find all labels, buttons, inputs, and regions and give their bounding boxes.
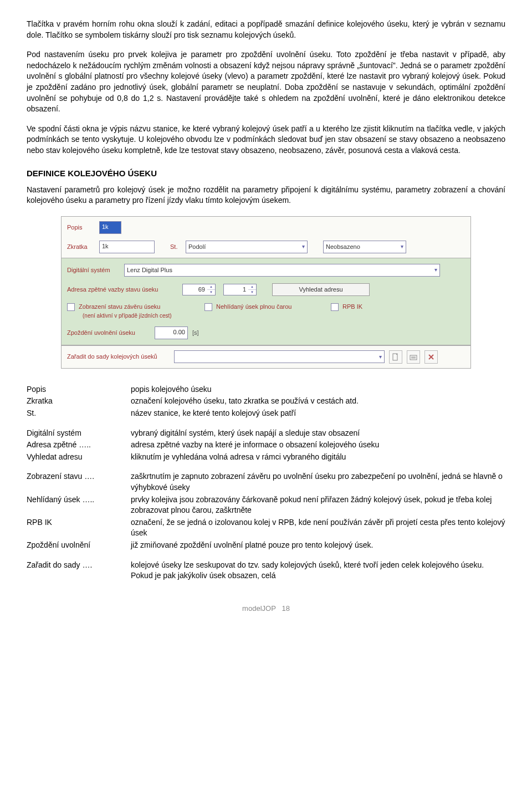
- edit-icon[interactable]: [407, 350, 420, 364]
- def-val: zaškrtnutím je zapnuto zobrazení závěru …: [131, 471, 505, 493]
- stav-dropdown[interactable]: Neobsazeno ▾: [323, 241, 406, 253]
- def-row: Nehlídaný úsek …..prvky kolejiva jsou zo…: [27, 494, 505, 516]
- def-row: Zkratkaoznačení kolejového úseku, tato z…: [27, 396, 505, 407]
- def-row: Vyhledat adresukliknutím je vyhledána vo…: [27, 452, 505, 463]
- spinner-up-icon[interactable]: ▲: [207, 284, 215, 290]
- chk-rpb-label: RPB IK: [342, 303, 362, 310]
- svg-rect-1: [410, 355, 417, 360]
- def-row: Zobrazení stavu ….zaškrtnutím je zapnuto…: [27, 471, 505, 493]
- popis-input[interactable]: 1k: [99, 221, 121, 234]
- zpozdeni-unit: [s]: [192, 329, 199, 337]
- def-row: Popispopis kolejového úseku: [27, 384, 505, 395]
- def-key: Zařadit do sady ….: [27, 560, 131, 581]
- paragraph-1: Tlačítka v pravém horním rohu okna slouž…: [27, 19, 505, 40]
- chk-nehlidany-label: Nehlídaný úsek plnou čarou: [216, 303, 291, 310]
- def-key: Popis: [27, 384, 131, 395]
- spinner-down-icon[interactable]: ▼: [248, 290, 256, 295]
- zpozdeni-label: Zpoždění uvolnění úseku: [67, 329, 150, 337]
- def-row: Zařadit do sady ….kolejové úseky lze ses…: [27, 560, 505, 581]
- definitions-table: Popispopis kolejového úseku Zkratkaoznač…: [27, 384, 505, 581]
- footer-app: modelJOP: [242, 604, 275, 613]
- def-val: popis kolejového úseku: [131, 384, 505, 395]
- adresa-label: Adresa zpětné vazby stavu úseku: [67, 285, 178, 294]
- chk-zaver-label: Zobrazení stavu závěru úseku: [79, 303, 160, 310]
- def-key: Zkratka: [27, 396, 131, 407]
- def-row: Zpoždění uvolněníjiž zmiňované zpoždění …: [27, 540, 505, 551]
- def-val: již zmiňované zpoždění uvolnění platné p…: [131, 540, 505, 551]
- sada-dropdown[interactable]: ▾: [174, 350, 385, 363]
- checkbox-rpb[interactable]: [331, 303, 339, 311]
- def-key: Nehlídaný úsek …..: [27, 494, 131, 516]
- popis-label: Popis: [67, 223, 95, 232]
- system-dropdown[interactable]: Lenz Digital Plus ▾: [124, 264, 440, 277]
- zkratka-input[interactable]: 1k: [99, 241, 155, 253]
- checkbox-zaver[interactable]: [67, 303, 75, 311]
- page-footer: modelJOP 18: [27, 604, 505, 614]
- def-val: označení kolejového úseku, tato zkratka …: [131, 396, 505, 407]
- checkbox-nehlidany[interactable]: [204, 303, 212, 311]
- footer-page: 18: [282, 604, 289, 613]
- def-key: Vyhledat adresu: [27, 452, 131, 463]
- chevron-down-icon: ▾: [401, 243, 403, 251]
- def-val: označení, že se jedná o izolovanou kolej…: [131, 517, 505, 539]
- delete-icon[interactable]: [424, 350, 438, 364]
- def-key: RPB IK: [27, 517, 131, 539]
- vyhledat-button[interactable]: Vyhledat adresu: [272, 283, 370, 296]
- system-label: Digitální systém: [67, 266, 120, 274]
- adresa-spinner-2[interactable]: 1 ▲ ▼: [223, 284, 257, 295]
- def-val: prvky kolejiva jsou zobrazovány čárkovan…: [131, 494, 505, 516]
- paragraph-3: Ve spodní části okna je výpis názvu stan…: [27, 124, 505, 156]
- def-key: Digitální systém: [27, 428, 131, 439]
- def-row: St.název stanice, ke které tento kolejov…: [27, 408, 505, 419]
- def-key: St.: [27, 408, 131, 419]
- def-row: Adresa zpětné …..adresa zpětné vazby na …: [27, 440, 505, 451]
- system-value: Lenz Digital Plus: [127, 266, 172, 274]
- def-key: Zpoždění uvolnění: [27, 540, 131, 551]
- st-value: Podolí: [188, 243, 206, 251]
- zkratka-label: Zkratka: [67, 243, 95, 251]
- chevron-down-icon: ▾: [302, 243, 305, 251]
- adresa-spinner-1[interactable]: 69 ▲ ▼: [182, 284, 216, 295]
- new-icon[interactable]: [389, 350, 402, 364]
- spinner-down-icon[interactable]: ▼: [207, 290, 215, 295]
- def-val: název stanice, ke které tento kolejový ú…: [131, 408, 505, 419]
- adresa-val1[interactable]: 69: [182, 284, 207, 295]
- def-row: RPB IKoznačení, že se jedná o izolovanou…: [27, 517, 505, 539]
- zpozdeni-input[interactable]: 0.00: [155, 326, 188, 339]
- def-row: Digitální systémvybraný digitální systém…: [27, 428, 505, 439]
- chevron-down-icon: ▾: [434, 266, 437, 274]
- st-label: St.: [170, 243, 181, 251]
- form-screenshot: Popis 1k Zkratka 1k St. Podolí ▾ Neobsaz…: [61, 216, 471, 369]
- def-val: kolejové úseky lze seskupovat do tzv. sa…: [131, 560, 505, 581]
- def-val: adresa zpětné vazby na které je informac…: [131, 440, 505, 451]
- sada-label: Zařadit do sady kolejových úseků: [67, 353, 170, 361]
- def-intro: Nastavení parametrů pro kolejový úsek je…: [27, 185, 505, 206]
- chevron-down-icon: ▾: [379, 353, 382, 361]
- chk-zaver-sub: (není aktivní v případě jízdních cest): [83, 313, 172, 319]
- def-val: kliknutím je vyhledána volná adresa v rá…: [131, 452, 505, 463]
- st-dropdown[interactable]: Podolí ▾: [186, 241, 308, 253]
- def-val: vybraný digitální systém, který úsek nap…: [131, 428, 505, 439]
- adresa-val2[interactable]: 1: [223, 284, 248, 295]
- stav-value: Neobsazeno: [326, 243, 360, 251]
- def-key: Zobrazení stavu ….: [27, 471, 131, 493]
- spinner-up-icon[interactable]: ▲: [248, 284, 256, 290]
- def-key: Adresa zpětné …..: [27, 440, 131, 451]
- heading-definice: DEFINICE KOLEJOVÉHO ÚSEKU: [27, 167, 505, 179]
- paragraph-2: Pod nastavením úseku pro prvek kolejiva …: [27, 49, 505, 115]
